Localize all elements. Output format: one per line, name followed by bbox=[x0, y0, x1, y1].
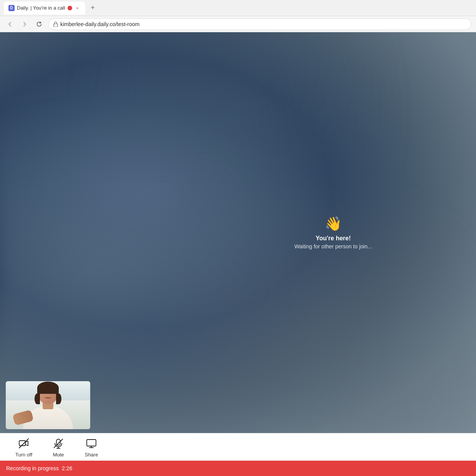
waiting-message: 👋 You're here! Waiting for other person … bbox=[294, 216, 372, 250]
turn-off-label: Turn off bbox=[15, 452, 32, 458]
browser-frame: D Daily. | You're in a call × + bbox=[0, 0, 476, 476]
waiting-subtitle: Waiting for other person to join... bbox=[294, 243, 372, 250]
tab-recording-dot bbox=[68, 6, 72, 10]
lock-icon bbox=[53, 21, 58, 27]
svg-rect-0 bbox=[54, 24, 58, 27]
mute-label: Mute bbox=[53, 452, 64, 458]
self-view bbox=[6, 381, 90, 429]
svg-line-6 bbox=[54, 439, 63, 448]
new-tab-button[interactable]: + bbox=[88, 3, 98, 13]
share-button[interactable]: Share bbox=[84, 436, 98, 458]
browser-titlebar: D Daily. | You're in a call × + bbox=[0, 0, 476, 16]
svg-line-2 bbox=[19, 439, 28, 448]
tab-title: Daily. | You're in a call bbox=[17, 5, 65, 11]
mute-icon bbox=[51, 436, 65, 450]
turn-off-button[interactable]: Turn off bbox=[15, 436, 32, 458]
svg-rect-7 bbox=[87, 440, 96, 446]
browser-toolbar: kimberlee-daily.daily.co/test-room bbox=[0, 16, 476, 32]
share-label: Share bbox=[85, 452, 98, 458]
controls-bar: Turn off Mute bbox=[0, 433, 476, 461]
url-text: kimberlee-daily.daily.co/test-room bbox=[60, 21, 139, 27]
active-tab[interactable]: D Daily. | You're in a call × bbox=[4, 2, 85, 15]
back-button[interactable] bbox=[5, 19, 15, 30]
tab-favicon: D bbox=[8, 5, 15, 11]
recording-bar: Recording in progress 2:26 bbox=[0, 461, 476, 476]
call-background: 👋 You're here! Waiting for other person … bbox=[0, 32, 476, 433]
tab-close-button[interactable]: × bbox=[74, 5, 81, 11]
address-bar[interactable]: kimberlee-daily.daily.co/test-room bbox=[48, 18, 471, 30]
recording-time: 2:26 bbox=[62, 465, 72, 471]
refresh-button[interactable] bbox=[34, 19, 45, 30]
share-icon bbox=[84, 436, 98, 450]
waiting-emoji: 👋 bbox=[294, 216, 372, 232]
forward-button[interactable] bbox=[19, 19, 30, 30]
waiting-title: You're here! bbox=[294, 235, 372, 242]
tab-strip: D Daily. | You're in a call × + bbox=[4, 2, 472, 15]
turn-off-icon bbox=[17, 436, 31, 450]
call-area: 👋 You're here! Waiting for other person … bbox=[0, 32, 476, 433]
recording-text: Recording in progress bbox=[6, 465, 59, 471]
mute-button[interactable]: Mute bbox=[51, 436, 65, 458]
